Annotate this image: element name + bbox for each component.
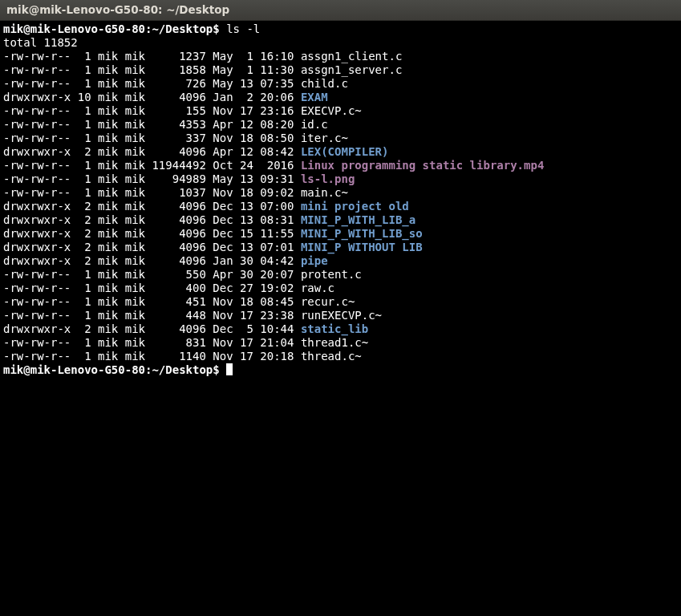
total-line: total 11852 bbox=[3, 36, 78, 49]
terminal-line: -rw-rw-r-- 1 mik mik 831 Nov 17 21:04 th… bbox=[3, 336, 678, 350]
file-name: main.c~ bbox=[301, 186, 348, 199]
terminal-line: -rw-rw-r-- 1 mik mik 1140 Nov 17 20:18 t… bbox=[3, 350, 678, 363]
file-name: static_lib bbox=[301, 322, 368, 335]
terminal-line: -rw-rw-r-- 1 mik mik 1237 May 1 16:10 as… bbox=[3, 50, 678, 63]
file-meta: drwxrwxr-x 2 mik mik 4096 Dec 15 11:55 bbox=[3, 227, 301, 240]
file-name: raw.c bbox=[301, 282, 334, 294]
terminal-line: -rw-rw-r-- 1 mik mik 550 Apr 30 20:07 pr… bbox=[3, 268, 678, 282]
file-meta: -rw-rw-r-- 1 mik mik 11944492 Oct 24 201… bbox=[3, 159, 301, 172]
file-name: assgn1_server.c bbox=[301, 63, 402, 76]
file-name: MINI_P_WITH_LIB_a bbox=[301, 213, 415, 226]
terminal-line: drwxrwxr-x 2 mik mik 4096 Dec 13 07:01 M… bbox=[3, 241, 678, 254]
file-name: Linux programming static library.mp4 bbox=[301, 159, 544, 172]
window-title: mik@mik-Lenovo-G50-80: ~/Desktop bbox=[6, 3, 229, 17]
file-name: ls-l.png bbox=[301, 172, 355, 185]
terminal-area[interactable]: mik@mik-Lenovo-G50-80:~/Desktop$ ls -lto… bbox=[0, 21, 681, 380]
file-meta: drwxrwxr-x 10 mik mik 4096 Jan 2 20:06 bbox=[3, 91, 301, 103]
file-name: MINI_P_WITH_LIB_so bbox=[301, 227, 423, 240]
terminal-line: -rw-rw-r-- 1 mik mik 1037 Nov 18 09:02 m… bbox=[3, 186, 678, 200]
terminal-line: drwxrwxr-x 2 mik mik 4096 Dec 5 10:44 st… bbox=[3, 322, 678, 336]
terminal-line: drwxrwxr-x 2 mik mik 4096 Dec 13 07:00 m… bbox=[3, 200, 678, 213]
file-meta: -rw-rw-r-- 1 mik mik 1140 Nov 17 20:18 bbox=[3, 350, 301, 363]
terminal-line: -rw-rw-r-- 1 mik mik 337 Nov 18 08:50 it… bbox=[3, 132, 678, 145]
terminal-line: -rw-rw-r-- 1 mik mik 726 May 13 07:35 ch… bbox=[3, 77, 678, 91]
file-name: mini project old bbox=[301, 200, 409, 213]
prompt: mik@mik-Lenovo-G50-80:~/Desktop$ bbox=[3, 22, 220, 35]
terminal-line: -rw-rw-r-- 1 mik mik 11944492 Oct 24 201… bbox=[3, 159, 678, 172]
file-name: runEXECVP.c~ bbox=[301, 309, 382, 322]
file-name: thread.c~ bbox=[301, 350, 362, 363]
command: ls -l bbox=[226, 22, 260, 35]
file-meta: -rw-rw-r-- 1 mik mik 155 Nov 17 23:16 bbox=[3, 104, 301, 117]
file-meta: drwxrwxr-x 2 mik mik 4096 Jan 30 04:42 bbox=[3, 254, 301, 267]
terminal-line: drwxrwxr-x 2 mik mik 4096 Dec 13 08:31 M… bbox=[3, 213, 678, 227]
file-meta: -rw-rw-r-- 1 mik mik 1037 Nov 18 09:02 bbox=[3, 186, 301, 199]
file-meta: -rw-rw-r-- 1 mik mik 726 May 13 07:35 bbox=[3, 77, 301, 90]
file-meta: drwxrwxr-x 2 mik mik 4096 Dec 13 08:31 bbox=[3, 213, 301, 226]
file-name: pipe bbox=[301, 254, 328, 267]
file-name: id.c bbox=[301, 118, 328, 131]
terminal-line: mik@mik-Lenovo-G50-80:~/Desktop$ bbox=[3, 363, 678, 377]
terminal-line: -rw-rw-r-- 1 mik mik 4353 Apr 12 08:20 i… bbox=[3, 118, 678, 132]
file-name: EXAM bbox=[301, 91, 328, 103]
terminal-line: drwxrwxr-x 2 mik mik 4096 Dec 15 11:55 M… bbox=[3, 227, 678, 241]
window-titlebar[interactable]: mik@mik-Lenovo-G50-80: ~/Desktop bbox=[0, 0, 681, 21]
file-meta: -rw-rw-r-- 1 mik mik 451 Nov 18 08:45 bbox=[3, 295, 301, 308]
file-name: protent.c bbox=[301, 268, 362, 281]
terminal-line: -rw-rw-r-- 1 mik mik 155 Nov 17 23:16 EX… bbox=[3, 104, 678, 118]
file-meta: -rw-rw-r-- 1 mik mik 1858 May 1 11:30 bbox=[3, 63, 301, 76]
file-name: assgn1_client.c bbox=[301, 50, 402, 63]
terminal-line: -rw-rw-r-- 1 mik mik 1858 May 1 11:30 as… bbox=[3, 63, 678, 77]
file-name: EXECVP.c~ bbox=[301, 104, 362, 117]
file-name: LEX(COMPILER) bbox=[301, 145, 389, 158]
terminal-line: total 11852 bbox=[3, 36, 678, 50]
prompt: mik@mik-Lenovo-G50-80:~/Desktop$ bbox=[3, 363, 220, 376]
terminal-line: -rw-rw-r-- 1 mik mik 400 Dec 27 19:02 ra… bbox=[3, 282, 678, 295]
terminal-line: drwxrwxr-x 2 mik mik 4096 Apr 12 08:42 L… bbox=[3, 145, 678, 159]
file-meta: -rw-rw-r-- 1 mik mik 1237 May 1 16:10 bbox=[3, 50, 301, 63]
file-meta: drwxrwxr-x 2 mik mik 4096 Dec 5 10:44 bbox=[3, 322, 301, 335]
file-meta: -rw-rw-r-- 1 mik mik 400 Dec 27 19:02 bbox=[3, 282, 301, 294]
file-name: recur.c~ bbox=[301, 295, 355, 308]
terminal-line: -rw-rw-r-- 1 mik mik 448 Nov 17 23:38 ru… bbox=[3, 309, 678, 322]
file-meta: -rw-rw-r-- 1 mik mik 4353 Apr 12 08:20 bbox=[3, 118, 301, 131]
terminal-line: -rw-rw-r-- 1 mik mik 451 Nov 18 08:45 re… bbox=[3, 295, 678, 309]
file-name: iter.c~ bbox=[301, 132, 348, 144]
file-name: child.c bbox=[301, 77, 348, 90]
file-meta: drwxrwxr-x 2 mik mik 4096 Apr 12 08:42 bbox=[3, 145, 301, 158]
file-name: MINI_P WITHOUT LIB bbox=[301, 241, 423, 253]
file-meta: -rw-rw-r-- 1 mik mik 831 Nov 17 21:04 bbox=[3, 336, 301, 349]
file-name: thread1.c~ bbox=[301, 336, 368, 349]
file-meta: -rw-rw-r-- 1 mik mik 94989 May 13 09:31 bbox=[3, 172, 301, 185]
file-meta: -rw-rw-r-- 1 mik mik 550 Apr 30 20:07 bbox=[3, 268, 301, 281]
terminal-line: drwxrwxr-x 2 mik mik 4096 Jan 30 04:42 p… bbox=[3, 254, 678, 268]
terminal-line: mik@mik-Lenovo-G50-80:~/Desktop$ ls -l bbox=[3, 22, 678, 36]
terminal-line: -rw-rw-r-- 1 mik mik 94989 May 13 09:31 … bbox=[3, 172, 678, 186]
file-meta: drwxrwxr-x 2 mik mik 4096 Dec 13 07:00 bbox=[3, 200, 301, 213]
cursor bbox=[226, 363, 233, 375]
file-meta: -rw-rw-r-- 1 mik mik 448 Nov 17 23:38 bbox=[3, 309, 301, 322]
terminal-line: drwxrwxr-x 10 mik mik 4096 Jan 2 20:06 E… bbox=[3, 91, 678, 104]
file-meta: drwxrwxr-x 2 mik mik 4096 Dec 13 07:01 bbox=[3, 241, 301, 253]
file-meta: -rw-rw-r-- 1 mik mik 337 Nov 18 08:50 bbox=[3, 132, 301, 144]
